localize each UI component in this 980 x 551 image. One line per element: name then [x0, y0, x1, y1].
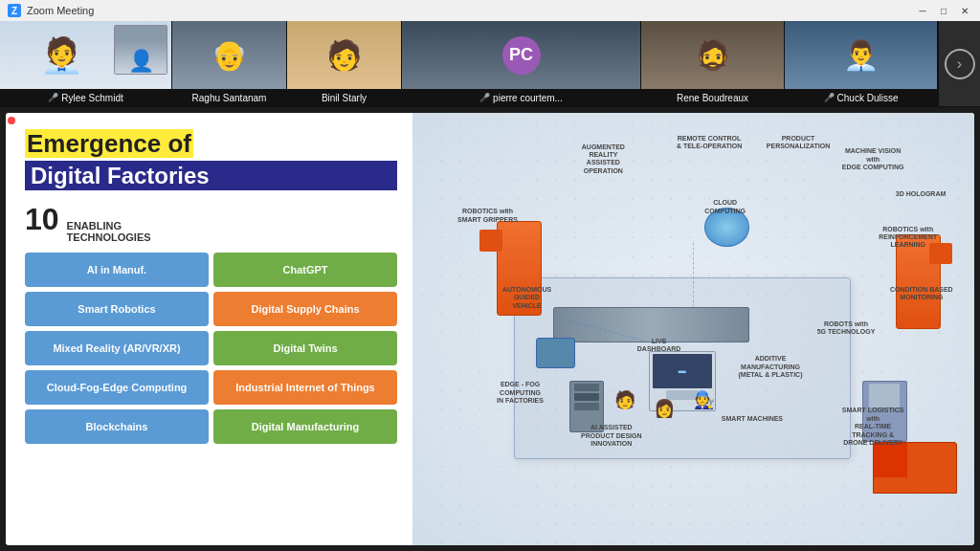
ann-edge-fog: EDGE - FOGCOMPUTINGIN FACTORIES: [497, 381, 544, 405]
ann-robotics-rl: ROBOTICS withREINFORCEMENTLEARNING: [879, 226, 937, 250]
slide-content: Emergence of Digital Factories 10 ENABLI…: [6, 113, 974, 545]
tech-item-digital-twins: Digital Twins: [213, 331, 397, 365]
slide-title: Emergence of Digital Factories: [25, 130, 397, 190]
tech-item-digital-supply: Digital Supply Chains: [213, 292, 397, 326]
slide-left-panel: Emergence of Digital Factories 10 ENABLI…: [6, 113, 412, 545]
participant-video-chuck: 👨‍💼: [785, 21, 937, 89]
participant-avatar-pierre: PC: [502, 36, 541, 75]
participants-bar: 👤 🧑‍💼 🎤 Rylee Schmidt 👴 Raghu Santanam: [0, 21, 980, 107]
ann-live-dashboard: LIVEDASHBOARD: [637, 338, 681, 354]
recording-label: Recording: [19, 115, 67, 126]
slide-right-panel: ▬ 🧑 👩 🧑: [412, 113, 974, 545]
ann-3d-hologram: 3D HOLOGRAM: [896, 190, 947, 198]
ann-robotics-grippers: ROBOTICS withSMART GRIPPERS: [457, 208, 518, 224]
zoom-app: 👤 🧑‍💼 🎤 Rylee Schmidt 👴 Raghu Santanam: [0, 21, 980, 551]
slide-area: Emergence of Digital Factories 10 ENABLI…: [6, 113, 974, 545]
participant-name-rylee: 🎤 Rylee Schmidt: [0, 89, 171, 106]
ann-product-personalization: PRODUCTPERSONALIZATION: [767, 135, 830, 151]
participant-chuck[interactable]: 👨‍💼 🎤 Chuck Dulisse: [785, 21, 938, 106]
tech-grid: AI in Manuf. ChatGPT Smart Robotics Digi…: [25, 253, 397, 444]
tech-item-cloud-fog: Cloud-Fog-Edge Computing: [25, 370, 209, 405]
participant-video-binil: 🧑: [287, 21, 401, 89]
tech-count: 10: [25, 202, 59, 237]
agv-robot: [536, 338, 575, 368]
rec-dot: [8, 117, 15, 124]
ann-agv: AUTONOMOUSGUIDEDVEHICLE: [502, 286, 551, 310]
ann-machine-vision: MACHINE VISION withEDGE COMPUTING: [839, 147, 906, 171]
next-participant-button[interactable]: ›: [938, 21, 980, 106]
window-controls[interactable]: ─ □ ✕: [915, 4, 972, 17]
delivery-truck: [873, 442, 957, 494]
participant-pierre[interactable]: PC 🎤 pierre courtem...: [402, 21, 641, 106]
slide-title-line1: Emergence of: [25, 130, 397, 159]
tech-item-smart-robotics: Smart Robotics: [25, 292, 209, 326]
app-icon: Z: [8, 4, 21, 17]
maximize-button[interactable]: □: [936, 4, 951, 17]
tech-item-digital-mfg: Digital Manufacturing: [213, 409, 397, 444]
person-3: 🧑‍🔧: [694, 389, 715, 410]
main-content: Recording Emergence of Digital Factories…: [0, 107, 980, 551]
ann-additive-mfg: ADDITIVEMANUFACTURING(METAL & PLASTIC): [738, 355, 802, 379]
person-1: 🧑: [614, 389, 635, 410]
recording-indicator: Recording: [8, 115, 67, 126]
slide-title-line2: Digital Factories: [25, 161, 397, 191]
participant-name-pierre: 🎤 pierre courtem...: [402, 89, 640, 106]
ann-5g-robots: ROBOTS with5G TECHNOLOGY: [817, 320, 876, 337]
minimize-button[interactable]: ─: [915, 4, 930, 17]
person-2: 👩: [654, 398, 675, 419]
participant-video-rene: 🧔: [641, 21, 784, 89]
technologies-label: TECHNOLOGIES: [67, 231, 151, 243]
participant-name-rene: Rene Boudreaux: [641, 89, 784, 106]
ann-smart-machines: SMART MACHINES: [722, 415, 783, 423]
enabling-label: ENABLING: [67, 220, 151, 231]
tech-item-ai: AI in Manuf.: [25, 253, 209, 287]
participant-name-raghu: Raghu Santanam: [172, 89, 286, 106]
participant-binil[interactable]: 🧑 Binil Starly: [287, 21, 402, 106]
ann-condition-monitoring: CONDITION BASEDMONITORING: [890, 286, 953, 302]
tech-item-iiot: Industrial Internet of Things: [213, 370, 397, 405]
participant-video-rylee: 👤 🧑‍💼: [0, 21, 171, 89]
ann-remote-control: REMOTE CONTROL& TELE-OPERATION: [677, 135, 742, 151]
tech-item-mixed-reality: Mixed Reality (AR/VR/XR): [25, 331, 209, 365]
close-button[interactable]: ✕: [957, 4, 972, 17]
participant-video-raghu: 👴: [172, 21, 286, 89]
title-bar: Z Zoom Meeting ─ □ ✕: [0, 0, 980, 21]
participant-name-chuck: 🎤 Chuck Dulisse: [785, 89, 937, 106]
tech-item-blockchain: Blockchains: [25, 409, 209, 444]
participant-rene[interactable]: 🧔 Rene Boudreaux: [641, 21, 785, 106]
tech-count-row: 10 ENABLING TECHNOLOGIES: [25, 202, 397, 243]
tech-item-chatgpt: ChatGPT: [213, 253, 397, 287]
factory-diagram: ▬ 🧑 👩 🧑: [412, 113, 974, 545]
next-icon: ›: [945, 49, 975, 79]
ann-ai-product-design: AI ASSISTEDPRODUCT DESIGNINNOVATION: [581, 424, 641, 448]
participant-video-pierre: PC: [402, 21, 640, 89]
participant-raghu[interactable]: 👴 Raghu Santanam: [172, 21, 287, 106]
participant-rylee[interactable]: 👤 🧑‍💼 🎤 Rylee Schmidt: [0, 21, 172, 106]
ann-cloud-computing: CLOUDCOMPUTING: [704, 199, 746, 215]
robot-arm-left-joint: [479, 230, 501, 252]
participant-name-binil: Binil Starly: [287, 89, 401, 106]
ann-smart-logistics: SMART LOGISTICS withREAL-TIME TRACKING &…: [839, 407, 906, 447]
ann-augmented-reality: AUGMENTED REALITYASSISTED OPERATION: [569, 143, 636, 176]
window-title: Zoom Meeting: [27, 5, 94, 16]
